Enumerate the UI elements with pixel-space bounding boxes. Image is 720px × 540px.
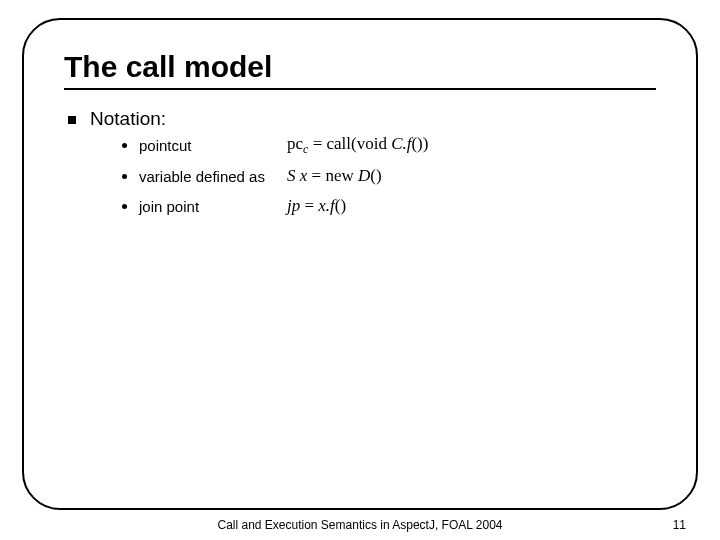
notation-label: Notation: [90,108,428,130]
sub-item-joinpoint: join point jp = x.f() [122,195,428,217]
sub-item-variable: variable defined as S x = new D() [122,165,428,187]
notation-item: Notation: pointcut pcc = call(void C.f()… [68,108,656,225]
top-list: Notation: pointcut pcc = call(void C.f()… [64,108,656,225]
formula-joinpoint: jp = x.f() [287,196,346,216]
slide-frame: The call model Notation: pointcut pcc = … [22,18,698,510]
dot-bullet-icon [122,174,127,179]
sub-list: pointcut pcc = call(void C.f()) variable… [90,134,428,217]
formula-variable: S x = new D() [287,166,382,186]
dot-bullet-icon [122,143,127,148]
dot-bullet-icon [122,204,127,209]
slide-title: The call model [64,50,656,84]
sub-label: join point [139,198,279,215]
title-rule [64,88,656,90]
sub-label: pointcut [139,137,279,154]
sub-item-pointcut: pointcut pcc = call(void C.f()) [122,134,428,157]
formula-pointcut: pcc = call(void C.f()) [287,134,428,157]
square-bullet-icon [68,116,76,124]
sub-label: variable defined as [139,168,279,185]
footer-text: Call and Execution Semantics in AspectJ,… [0,518,720,532]
notation-block: Notation: pointcut pcc = call(void C.f()… [90,108,428,225]
page-number: 11 [673,518,686,532]
